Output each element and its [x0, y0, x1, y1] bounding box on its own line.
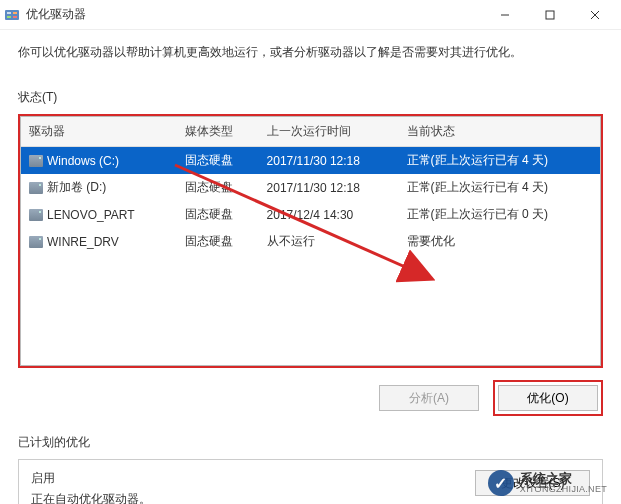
cell-media: 固态硬盘	[177, 174, 259, 201]
drive-name: 新加卷 (D:)	[47, 180, 106, 194]
schedule-enabled-desc: 正在自动优化驱动器。	[31, 491, 151, 504]
cell-status: 正常(距上次运行已有 0 天)	[399, 201, 600, 228]
schedule-section-label: 已计划的优化	[0, 416, 621, 455]
schedule-enabled-title: 启用	[31, 470, 151, 487]
drive-name: Windows (C:)	[47, 154, 119, 168]
col-status[interactable]: 当前状态	[399, 117, 600, 147]
drive-icon	[29, 209, 43, 221]
minimize-button[interactable]	[482, 1, 527, 29]
maximize-button[interactable]	[527, 1, 572, 29]
svg-rect-1	[7, 12, 11, 14]
svg-rect-3	[7, 16, 11, 18]
cell-status: 正常(距上次运行已有 4 天)	[399, 147, 600, 175]
drive-icon	[29, 182, 43, 194]
cell-status: 正常(距上次运行已有 4 天)	[399, 174, 600, 201]
optimize-button-highlight: 优化(O)	[493, 380, 603, 416]
table-row[interactable]: WINRE_DRV固态硬盘从不运行需要优化	[21, 228, 600, 255]
cell-media: 固态硬盘	[177, 201, 259, 228]
drive-icon	[29, 155, 43, 167]
col-drive[interactable]: 驱动器	[21, 117, 177, 147]
cell-last_run: 2017/11/30 12:18	[259, 147, 399, 175]
cell-media: 固态硬盘	[177, 147, 259, 175]
drive-icon	[29, 236, 43, 248]
table-row[interactable]: 新加卷 (D:)固态硬盘2017/11/30 12:18正常(距上次运行已有 4…	[21, 174, 600, 201]
watermark-en: XITONGZHIJIA.NET	[520, 485, 607, 494]
svg-rect-4	[13, 16, 17, 18]
watermark: ✓ 系统之家 XITONGZHIJIA.NET	[488, 470, 607, 496]
status-section-label: 状态(T)	[0, 75, 621, 110]
cell-status: 需要优化	[399, 228, 600, 255]
drives-table: 驱动器 媒体类型 上一次运行时间 当前状态 Windows (C:)固态硬盘20…	[21, 117, 600, 255]
cell-last_run: 从不运行	[259, 228, 399, 255]
svg-rect-2	[13, 12, 17, 14]
drives-table-highlight: 驱动器 媒体类型 上一次运行时间 当前状态 Windows (C:)固态硬盘20…	[18, 114, 603, 368]
table-row[interactable]: LENOVO_PART固态硬盘2017/12/4 14:30正常(距上次运行已有…	[21, 201, 600, 228]
table-row[interactable]: Windows (C:)固态硬盘2017/11/30 12:18正常(距上次运行…	[21, 147, 600, 175]
analyze-button[interactable]: 分析(A)	[379, 385, 479, 411]
window-controls	[482, 1, 617, 29]
watermark-logo-icon: ✓	[488, 470, 514, 496]
cell-last_run: 2017/11/30 12:18	[259, 174, 399, 201]
window-title: 优化驱动器	[26, 6, 482, 23]
cell-media: 固态硬盘	[177, 228, 259, 255]
svg-rect-6	[546, 11, 554, 19]
action-buttons-row: 分析(A) 优化(O)	[0, 380, 603, 416]
description-text: 你可以优化驱动器以帮助计算机更高效地运行，或者分析驱动器以了解是否需要对其进行优…	[0, 30, 621, 75]
optimize-button[interactable]: 优化(O)	[498, 385, 598, 411]
cell-last_run: 2017/12/4 14:30	[259, 201, 399, 228]
svg-rect-0	[5, 10, 19, 20]
titlebar: 优化驱动器	[0, 0, 621, 30]
close-button[interactable]	[572, 1, 617, 29]
drive-name: LENOVO_PART	[47, 208, 135, 222]
col-last-run[interactable]: 上一次运行时间	[259, 117, 399, 147]
drive-name: WINRE_DRV	[47, 235, 119, 249]
defrag-icon	[4, 7, 20, 23]
col-media[interactable]: 媒体类型	[177, 117, 259, 147]
